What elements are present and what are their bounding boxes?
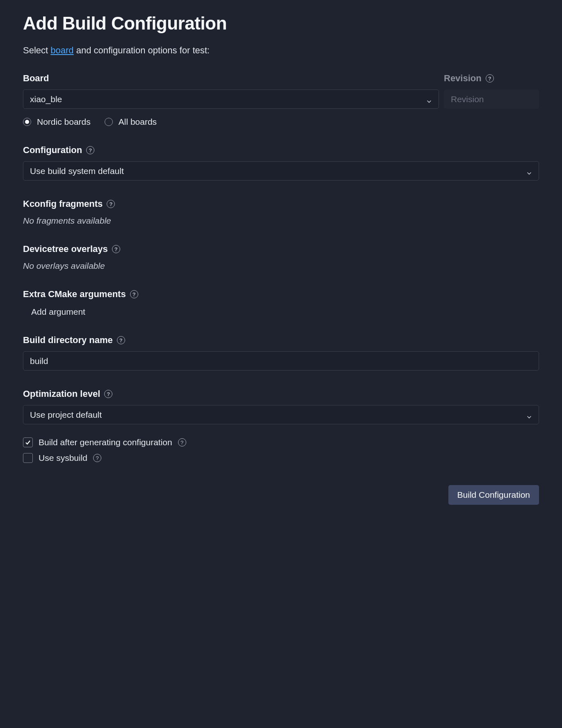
- kconfig-label: Kconfig fragments ?: [23, 199, 539, 209]
- kconfig-label-text: Kconfig fragments: [23, 199, 103, 209]
- help-icon[interactable]: ?: [130, 290, 138, 298]
- help-icon[interactable]: ?: [104, 390, 112, 398]
- build-dir-label: Build directory name ?: [23, 335, 539, 346]
- optimization-select-value: Use project default: [30, 410, 102, 420]
- help-icon[interactable]: ?: [112, 245, 120, 253]
- radio-indicator: [105, 118, 113, 126]
- intro-suffix: and configuration options for test:: [74, 45, 210, 55]
- radio-nordic-label: Nordic boards: [37, 117, 91, 127]
- intro-text: Select board and configuration options f…: [23, 45, 539, 56]
- revision-label: Revision ?: [444, 73, 539, 84]
- overlays-empty: No overlays available: [23, 261, 539, 271]
- help-icon[interactable]: ?: [86, 146, 94, 154]
- optimization-select[interactable]: Use project default: [23, 405, 539, 424]
- overlays-label-text: Devicetree overlays: [23, 244, 108, 254]
- optimization-label: Optimization level ?: [23, 389, 539, 399]
- help-icon[interactable]: ?: [107, 200, 115, 208]
- cmake-label: Extra CMake arguments ?: [23, 289, 539, 300]
- optimization-label-text: Optimization level: [23, 389, 100, 399]
- radio-nordic-boards[interactable]: Nordic boards: [23, 117, 91, 127]
- help-icon[interactable]: ?: [486, 74, 494, 82]
- help-icon[interactable]: ?: [93, 454, 101, 462]
- sysbuild-checkbox[interactable]: [23, 453, 33, 463]
- radio-indicator: [23, 118, 31, 126]
- board-label: Board: [23, 73, 439, 84]
- configuration-select-value: Use build system default: [30, 166, 124, 176]
- build-dir-input[interactable]: [23, 351, 539, 371]
- add-argument-button[interactable]: Add argument: [31, 307, 539, 317]
- build-after-label: Build after generating configuration: [39, 437, 172, 447]
- revision-input[interactable]: [444, 89, 539, 109]
- board-select-value: xiao_ble: [30, 94, 62, 104]
- configuration-label: Configuration ?: [23, 145, 539, 156]
- build-configuration-button[interactable]: Build Configuration: [448, 485, 539, 505]
- chevron-down-icon: [426, 96, 432, 102]
- cmake-label-text: Extra CMake arguments: [23, 289, 126, 300]
- build-after-checkbox[interactable]: [23, 437, 33, 447]
- revision-label-text: Revision: [444, 73, 482, 84]
- overlays-label: Devicetree overlays ?: [23, 244, 539, 254]
- configuration-select[interactable]: Use build system default: [23, 161, 539, 181]
- kconfig-empty: No fragments available: [23, 216, 539, 226]
- sysbuild-label: Use sysbuild: [39, 453, 87, 463]
- board-link[interactable]: board: [50, 45, 73, 55]
- radio-all-label: All boards: [119, 117, 157, 127]
- help-icon[interactable]: ?: [178, 438, 186, 446]
- radio-all-boards[interactable]: All boards: [105, 117, 157, 127]
- configuration-label-text: Configuration: [23, 145, 82, 156]
- board-label-text: Board: [23, 73, 49, 84]
- page-title: Add Build Configuration: [23, 13, 539, 34]
- board-select[interactable]: xiao_ble: [23, 89, 439, 109]
- help-icon[interactable]: ?: [117, 336, 125, 344]
- build-dir-label-text: Build directory name: [23, 335, 113, 346]
- intro-prefix: Select: [23, 45, 50, 55]
- chevron-down-icon: [526, 168, 532, 174]
- chevron-down-icon: [526, 412, 532, 418]
